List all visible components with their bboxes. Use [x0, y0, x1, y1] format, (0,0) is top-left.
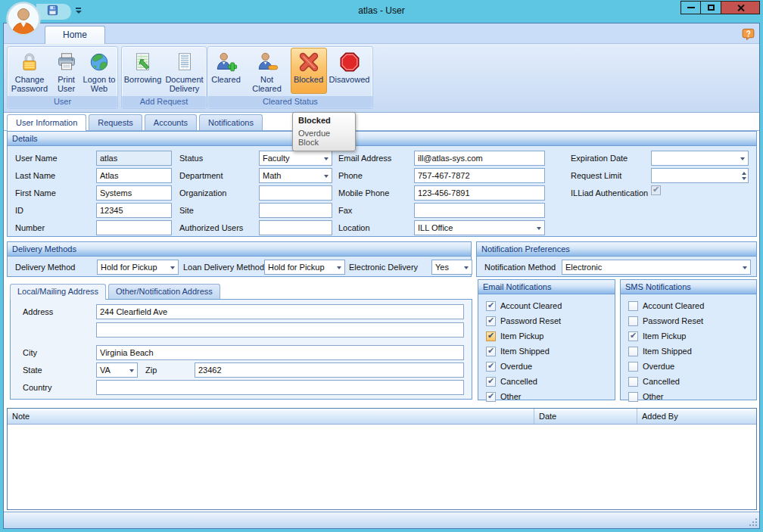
tooltip: Blocked Overdue Block [292, 112, 356, 151]
delivery-method-label: Delivery Method [15, 260, 95, 275]
zip-field[interactable] [195, 362, 464, 378]
site-field[interactable] [259, 203, 332, 218]
country-label: Country [23, 380, 92, 395]
zip-label: Zip [145, 362, 189, 378]
chevron-down-icon [129, 369, 134, 375]
email-address-field[interactable] [414, 151, 545, 166]
maximize-button[interactable] [701, 1, 721, 14]
button-label: Logon to Web [83, 75, 116, 93]
user-name-label: User Name [15, 151, 94, 166]
sms-password-reset-checkbox[interactable] [628, 316, 638, 326]
department-combo[interactable]: Math [259, 168, 332, 183]
blocked-button[interactable]: Blocked [291, 48, 327, 94]
tab-notifications[interactable]: Notifications [199, 114, 263, 130]
delivery-method-combo[interactable]: Hold for Pickup [97, 260, 179, 275]
not-cleared-button[interactable]: Not Cleared [244, 48, 291, 94]
sms-account-cleared-checkbox[interactable] [628, 301, 638, 311]
close-button[interactable] [721, 1, 760, 14]
id-label: ID [15, 203, 94, 218]
notification-method-combo[interactable]: Electronic [562, 260, 751, 275]
tab-requests[interactable]: Requests [89, 114, 142, 130]
email-notifications-group: Email Notifications Account Cleared Pass… [478, 279, 615, 400]
checkbox-label: Account Cleared [643, 301, 704, 310]
number-field[interactable] [96, 220, 172, 235]
checkbox-label: Account Cleared [500, 301, 562, 310]
email-account-cleared-checkbox[interactable] [486, 301, 496, 311]
loan-delivery-method-combo[interactable]: Hold for Pickup [264, 260, 345, 275]
sms-item-pickup-checkbox[interactable] [628, 331, 638, 341]
spinner-up-icon[interactable] [742, 170, 746, 175]
help-button[interactable] [742, 28, 755, 44]
user-avatar-icon [6, 2, 41, 36]
tab-user-information[interactable]: User Information [7, 114, 86, 131]
close-icon [737, 4, 745, 12]
fax-field[interactable] [414, 203, 545, 218]
print-user-button[interactable]: Print User [51, 48, 82, 94]
column-header-added-by[interactable]: Added By [637, 409, 756, 424]
request-limit-stepper[interactable] [651, 168, 749, 183]
email-overdue-checkbox[interactable] [486, 362, 496, 372]
spinner-down-icon[interactable] [742, 177, 746, 182]
checkbox-label: Cancelled [500, 377, 537, 386]
last-name-field[interactable] [96, 168, 172, 183]
location-combo[interactable]: ILL Office [414, 220, 545, 235]
sms-item-shipped-checkbox[interactable] [628, 347, 638, 356]
button-label: Print User [53, 75, 80, 93]
sms-overdue-checkbox[interactable] [628, 362, 638, 372]
minimize-icon [687, 7, 695, 8]
column-header-note[interactable]: Note [8, 409, 534, 424]
email-other-checkbox[interactable] [486, 392, 496, 402]
organization-field[interactable] [259, 185, 332, 201]
application-menu-button[interactable] [6, 2, 41, 36]
authorized-users-field[interactable] [259, 220, 332, 235]
city-field[interactable] [96, 345, 464, 360]
email-item-pickup-checkbox[interactable] [486, 331, 496, 341]
state-label: State [23, 362, 92, 378]
address-line2-field[interactable] [96, 322, 464, 338]
loan-delivery-method-label: Loan Delivery Method [183, 260, 264, 275]
user-name-field[interactable] [96, 151, 172, 166]
cleared-button[interactable]: Cleared [209, 48, 244, 94]
resize-grip[interactable] [749, 518, 758, 527]
checkbox-label: Password Reset [500, 316, 561, 325]
first-name-field[interactable] [96, 185, 172, 201]
combo-value: Hold for Pickup [268, 263, 325, 272]
document-delivery-button[interactable]: Document Delivery [164, 48, 206, 94]
expiration-date-combo[interactable] [651, 151, 749, 166]
minimize-button[interactable] [680, 1, 701, 14]
tab-home[interactable]: Home [45, 26, 105, 44]
city-label: City [23, 345, 92, 360]
sms-cancelled-checkbox[interactable] [628, 377, 638, 387]
electronic-delivery-combo[interactable]: Yes [431, 260, 472, 275]
mobile-phone-label: Mobile Phone [338, 185, 413, 201]
tab-local-mailing-address[interactable]: Local/Mailing Address [10, 284, 106, 300]
illiad-authentication-label: ILLiad Authentication [571, 185, 649, 201]
status-combo[interactable]: Faculty [259, 151, 332, 166]
tab-accounts[interactable]: Accounts [145, 114, 197, 130]
ribbon-group-add-request: Borrowing Document Delivery Add Request [121, 46, 207, 109]
email-item-shipped-checkbox[interactable] [486, 347, 496, 356]
tab-other-notification-address[interactable]: Other/Notification Address [108, 284, 220, 299]
combo-value: Yes [435, 263, 449, 272]
disavowed-button[interactable]: Disavowed [327, 48, 372, 94]
button-label: Change Password [10, 75, 50, 93]
sms-other-checkbox[interactable] [628, 392, 638, 402]
red-x-icon [292, 50, 325, 74]
illiad-authentication-checkbox[interactable] [651, 185, 661, 195]
address-line1-field[interactable] [96, 304, 464, 319]
phone-field[interactable] [414, 168, 545, 183]
last-name-label: Last Name [15, 168, 94, 183]
email-notifications-header: Email Notifications [478, 280, 615, 294]
sms-notifications-header: SMS Notifications [621, 280, 756, 294]
column-header-date[interactable]: Date [534, 409, 637, 424]
notes-table-body[interactable] [8, 425, 756, 509]
mobile-phone-field[interactable] [414, 185, 545, 201]
change-password-button[interactable]: Change Password [8, 48, 51, 94]
state-combo[interactable]: VA [96, 362, 138, 378]
email-password-reset-checkbox[interactable] [486, 316, 496, 326]
email-cancelled-checkbox[interactable] [486, 377, 496, 387]
country-field[interactable] [96, 380, 464, 395]
logon-to-web-button[interactable]: Logon to Web [82, 48, 117, 94]
id-field[interactable] [96, 203, 172, 218]
borrowing-button[interactable]: Borrowing [123, 48, 164, 94]
